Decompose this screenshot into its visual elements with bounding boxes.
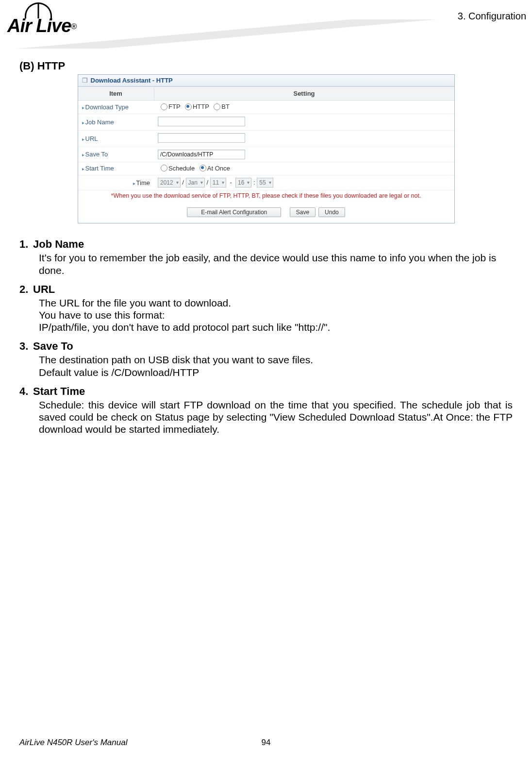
- footer-page-number: 94: [262, 738, 271, 748]
- row-url-label: URL: [78, 130, 154, 147]
- radio-bt-label: BT: [221, 103, 230, 110]
- doc-body: Schedule: this device will start FTP dow…: [39, 399, 513, 436]
- doc-title: URL: [33, 283, 55, 295]
- radio-schedule[interactable]: [161, 165, 167, 171]
- row-starttime-label: Start Time: [78, 162, 154, 175]
- config-panel: Download Assistant - HTTP Item Setting D…: [78, 74, 455, 223]
- save-button[interactable]: Save: [290, 207, 316, 217]
- chapter-label: 3. Configuration: [458, 11, 526, 22]
- doc-num: 3.: [19, 340, 33, 353]
- radio-schedule-label: Schedule: [168, 165, 195, 172]
- col-setting: Setting: [154, 87, 454, 101]
- radio-atonce-label: At Once: [207, 165, 230, 172]
- row-time-label: Time: [78, 175, 154, 190]
- radio-http-label: HTTP: [193, 103, 209, 110]
- footer-manual-title: AirLive N450R User's Manual: [19, 738, 127, 747]
- doc-item-2: 2.URL The URL for the file you want to d…: [19, 283, 513, 334]
- header-decor: [0, 19, 532, 49]
- doc-num: 1.: [19, 238, 33, 251]
- radio-http[interactable]: [185, 103, 192, 110]
- radio-atonce[interactable]: [200, 165, 206, 171]
- doc-num: 2.: [19, 283, 33, 296]
- saveto-input[interactable]: /C/Downloads/HTTP: [158, 150, 245, 159]
- jobname-input[interactable]: [158, 117, 245, 126]
- select-hour[interactable]: 16: [235, 178, 251, 187]
- wifi-arc-icon: [25, 2, 52, 18]
- registered-mark-icon: ®: [71, 22, 77, 31]
- doc-title: Job Name: [33, 238, 84, 250]
- select-day[interactable]: 11: [210, 178, 226, 187]
- doc-item-4: 4.Start Time Schedule: this device will …: [19, 385, 513, 436]
- brand-name: Air Live: [7, 16, 71, 36]
- select-minute[interactable]: 55: [257, 178, 273, 187]
- doc-item-1: 1.Job Name It's for you to remember the …: [19, 238, 513, 276]
- doc-list: 1.Job Name It's for you to remember the …: [19, 238, 513, 435]
- col-item: Item: [78, 87, 154, 101]
- email-alert-button[interactable]: E-mail Alert Configuration: [187, 207, 281, 217]
- time-sep: /: [182, 179, 184, 186]
- time-sep: -: [230, 179, 232, 186]
- select-month[interactable]: Jan: [186, 178, 205, 187]
- doc-body: It's for you to remember the job easily,…: [39, 252, 513, 276]
- select-year[interactable]: 2012: [158, 178, 181, 187]
- undo-button[interactable]: Undo: [318, 207, 345, 217]
- radio-bt[interactable]: [214, 103, 220, 110]
- doc-body: The URL for the file you want to downloa…: [39, 297, 513, 334]
- doc-num: 4.: [19, 385, 33, 398]
- url-input[interactable]: [158, 133, 245, 143]
- time-sep: /: [207, 179, 209, 186]
- row-download-type-value: FTP HTTP BT: [154, 101, 454, 114]
- brand-logo: Air Live®: [7, 2, 77, 36]
- row-download-type-label: Download Type: [78, 101, 154, 114]
- row-saveto-label: Save To: [78, 147, 154, 162]
- doc-item-3: 3.Save To The destination path on USB di…: [19, 340, 513, 378]
- panel-warning: *When you use the download service of FT…: [78, 190, 454, 201]
- row-time-value: 2012 / Jan / 11 - 16 : 55: [154, 175, 454, 190]
- doc-body: The destination path on USB disk that yo…: [39, 354, 513, 378]
- time-sep: :: [253, 179, 255, 186]
- doc-title: Save To: [33, 340, 73, 352]
- radio-ftp-label: FTP: [168, 103, 180, 110]
- panel-title: Download Assistant - HTTP: [78, 75, 454, 86]
- radio-ftp[interactable]: [161, 103, 167, 110]
- section-title: (B) HTTP: [19, 60, 513, 72]
- row-jobname-label: Job Name: [78, 114, 154, 130]
- doc-title: Start Time: [33, 385, 85, 397]
